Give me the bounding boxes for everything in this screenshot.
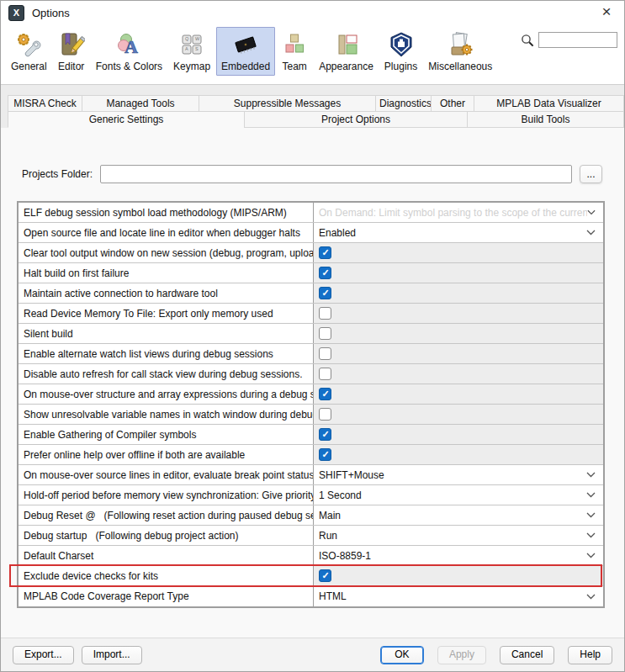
settings-row: MPLAB Code Coverage Report Type HTML [19, 586, 603, 606]
setting-select[interactable]: Main [313, 505, 603, 525]
setting-checkbox[interactable] [319, 347, 331, 360]
setting-checkbox[interactable] [319, 428, 331, 441]
setting-select[interactable]: ISO-8859-1 [313, 546, 603, 565]
settings-row: Hold-off period before memory view synch… [19, 485, 603, 505]
category-general[interactable]: General [6, 27, 52, 76]
setting-checkbox[interactable] [319, 448, 331, 461]
setting-label: Default Charset [19, 546, 313, 565]
help-button[interactable]: Help [568, 646, 612, 664]
setting-label: On mouse-over structure and array expres… [19, 384, 313, 404]
keymap-icon: QWAS [178, 31, 205, 58]
tab-managed-tools[interactable]: Managed Tools [82, 95, 199, 112]
setting-checkbox[interactable] [319, 408, 331, 421]
svg-text:W: W [195, 36, 200, 41]
setting-select[interactable]: Run [313, 526, 603, 545]
setting-checkbox[interactable] [319, 327, 331, 340]
setting-select-value: HTML [319, 590, 347, 602]
tab-suppressible-messages[interactable]: Suppressible Messages [199, 95, 376, 112]
footer-bar: Export... Import... OK Apply Cancel Help [1, 638, 624, 671]
setting-label: Halt build on first failure [19, 263, 313, 283]
setting-checkbox[interactable] [319, 307, 331, 320]
setting-checkbox[interactable] [319, 569, 331, 582]
settings-row: On mouse-over source lines in editor, ev… [19, 465, 603, 485]
apply-button[interactable]: Apply [437, 646, 486, 664]
setting-select[interactable]: On Demand: Limit symbol parsing to the s… [313, 203, 603, 222]
setting-checkbox-cell [313, 324, 603, 343]
tab-other[interactable]: Other [431, 95, 474, 112]
setting-select-value: Run [319, 530, 337, 542]
setting-label: Silent build [19, 324, 313, 343]
projects-folder-row: Projects Folder: ... [22, 165, 602, 183]
category-miscellaneous[interactable]: Miscellaneous [423, 27, 497, 76]
setting-checkbox-cell [313, 243, 603, 262]
category-toolbar: General Editor A Fonts & Colors [1, 24, 624, 85]
category-editor[interactable]: Editor [53, 27, 90, 76]
settings-row: ELF debug session symbol load methodolog… [19, 203, 603, 223]
tab-misra-check[interactable]: MISRA Check [8, 95, 82, 112]
setting-checkbox[interactable] [319, 246, 331, 259]
setting-checkbox[interactable] [319, 267, 331, 279]
setting-select[interactable]: HTML [313, 586, 603, 606]
setting-select[interactable]: SHIFT+Mouse [313, 465, 603, 484]
setting-checkbox-cell [313, 283, 603, 303]
export-button[interactable]: Export... [13, 646, 74, 664]
settings-row: On mouse-over structure and array expres… [19, 384, 603, 405]
setting-label: MPLAB Code Coverage Report Type [19, 586, 313, 606]
setting-checkbox[interactable] [319, 368, 331, 380]
tab-mplab-data-visualizer[interactable]: MPLAB Data Visualizer [474, 95, 624, 112]
setting-label: On mouse-over source lines in editor, ev… [19, 465, 313, 484]
category-label: Appearance [319, 61, 373, 72]
close-icon[interactable]: × [594, 2, 619, 24]
category-label: Keymap [173, 61, 210, 72]
category-embedded[interactable]: Embedded [216, 27, 275, 76]
setting-select[interactable]: Enabled [313, 223, 603, 242]
setting-label: Enable alternate watch list views during… [19, 344, 313, 363]
tab-row-1: MISRA Check Managed Tools Suppressible M… [1, 95, 624, 112]
setting-checkbox[interactable] [319, 388, 331, 400]
general-icon [15, 31, 42, 58]
category-keymap[interactable]: QWAS Keymap [168, 27, 215, 76]
appearance-icon [333, 31, 360, 58]
projects-folder-input[interactable] [100, 165, 572, 183]
settings-row: Prefer online help over offline if both … [19, 445, 603, 465]
category-label: Plugins [384, 61, 417, 72]
setting-checkbox-cell [313, 263, 603, 283]
setting-label: Debug Reset @ (Following reset action du… [19, 505, 313, 525]
category-label: Team [282, 61, 306, 72]
settings-row: Debug Reset @ (Following reset action du… [19, 505, 603, 526]
settings-row: Halt build on first failure [19, 263, 603, 283]
category-fonts-colors[interactable]: A Fonts & Colors [91, 27, 167, 76]
miscellaneous-icon [447, 31, 474, 58]
import-button[interactable]: Import... [82, 646, 142, 664]
editor-icon [58, 31, 85, 58]
category-label: Miscellaneous [428, 61, 492, 72]
tab-project-options[interactable]: Project Options [244, 111, 468, 128]
setting-checkbox-cell [313, 425, 603, 444]
footer-left-group: Export... Import... [13, 646, 142, 664]
setting-select[interactable]: 1 Second [313, 485, 603, 505]
browse-button[interactable]: ... [580, 165, 602, 183]
settings-row: Clear tool output window on new session … [19, 243, 603, 263]
setting-label: Maintain active connection to hardware t… [19, 283, 313, 303]
category-team[interactable]: Team [276, 27, 313, 76]
search-input[interactable] [538, 32, 617, 48]
tab-diagnostics[interactable]: Diagnostics [375, 95, 432, 112]
chevron-down-icon [586, 472, 596, 478]
category-label: Editor [58, 61, 84, 72]
ok-button[interactable]: OK [380, 646, 424, 664]
tab-build-tools[interactable]: Build Tools [467, 111, 624, 128]
setting-checkbox-cell [313, 405, 603, 424]
footer-right-group: OK Apply Cancel Help [380, 646, 612, 664]
category-plugins[interactable]: Plugins [379, 27, 422, 76]
cancel-button[interactable]: Cancel [500, 646, 554, 664]
svg-text:A: A [124, 36, 138, 57]
settings-row: Default Charset ISO-8859-1 [19, 546, 603, 566]
setting-select-value: SHIFT+Mouse [319, 469, 384, 481]
category-label: Fonts & Colors [96, 61, 162, 72]
setting-label: Prefer online help over offline if both … [19, 445, 313, 464]
setting-label: Disable auto refresh for call stack view… [19, 364, 313, 384]
tab-generic-settings[interactable]: Generic Settings [8, 111, 245, 128]
setting-select-value: Enabled [319, 227, 356, 239]
category-appearance[interactable]: Appearance [314, 27, 379, 76]
setting-checkbox[interactable] [319, 287, 331, 299]
